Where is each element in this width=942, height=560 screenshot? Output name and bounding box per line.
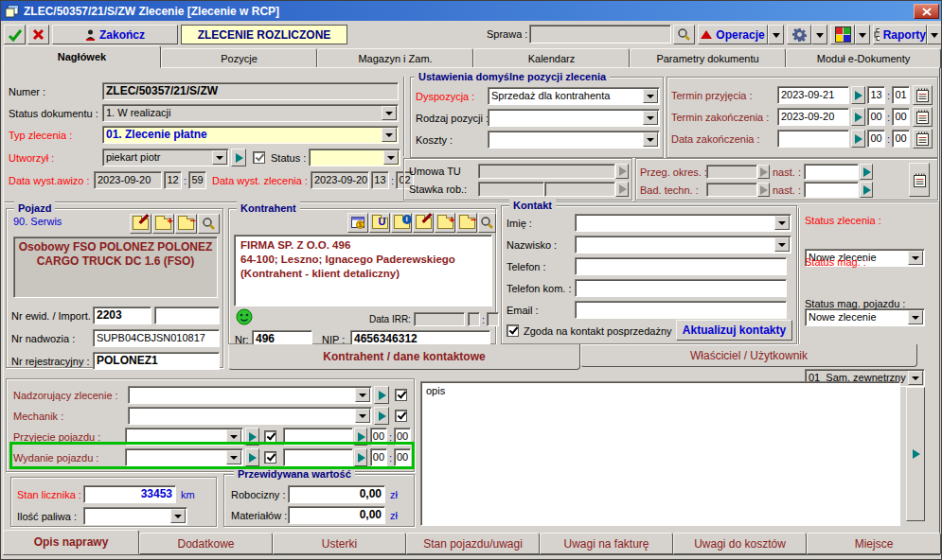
- dyspozycja-select[interactable]: Sprzedaż dla kontrahenta: [488, 87, 660, 105]
- tab-pozycje[interactable]: Pozycje: [161, 48, 317, 68]
- calendar-picker-button[interactable]: [851, 108, 865, 126]
- kontrahent-add-button[interactable]: +: [435, 213, 455, 233]
- dropdown-button[interactable]: [226, 429, 241, 444]
- status-select[interactable]: [309, 149, 400, 166]
- awizo-hour-field[interactable]: 12: [164, 171, 182, 189]
- bottom-tab-usterki[interactable]: Usterki: [273, 533, 406, 554]
- data-zakonczenia-date[interactable]: [777, 130, 849, 148]
- przyjecie-calendar-button[interactable]: [354, 428, 367, 446]
- dropdown-button[interactable]: [226, 450, 241, 464]
- settings-button[interactable]: [787, 25, 811, 44]
- operacje-button[interactable]: Operacje: [698, 25, 768, 44]
- dropdown-button[interactable]: [383, 150, 399, 165]
- awizo-minute-field[interactable]: 59: [188, 171, 206, 189]
- dropdown-button[interactable]: [774, 237, 790, 252]
- accept-button[interactable]: [4, 25, 26, 44]
- wydanie-date-field[interactable]: [283, 448, 353, 466]
- zlecenia-date-field[interactable]: 2023-09-20: [311, 171, 369, 189]
- termin-zakonczenia-notes-button[interactable]: [913, 107, 933, 127]
- przeglady-notes-button[interactable]: [909, 163, 930, 197]
- stawka-detail-button[interactable]: [615, 182, 629, 197]
- mechanik-checkbox[interactable]: [395, 410, 407, 422]
- zakoncz-button[interactable]: Zakończ: [52, 25, 178, 44]
- tab-naglowek[interactable]: Nagłówek: [3, 45, 161, 68]
- materialy-field[interactable]: 0,00: [288, 506, 385, 524]
- kontrahent-rozrachunki-button[interactable]: $: [347, 213, 368, 233]
- email-input[interactable]: [575, 301, 787, 319]
- mechanik-select[interactable]: [128, 407, 372, 425]
- wydanie-hour[interactable]: 00: [370, 448, 387, 466]
- wydanie-calendar-button[interactable]: [354, 448, 367, 466]
- settings-dropdown-button[interactable]: [811, 25, 827, 44]
- modules-button[interactable]: [830, 25, 855, 44]
- opis-expand-button[interactable]: [906, 387, 925, 521]
- bottom-tab-stan-pojazdu[interactable]: Stan pojazdu/uwagi: [406, 533, 540, 554]
- przyjecie-date-field[interactable]: [283, 428, 353, 446]
- status-mag-select[interactable]: Nowe zlecenie: [805, 308, 925, 326]
- termin-zakonczenia-hour[interactable]: 00: [867, 108, 885, 126]
- termin-przyjecia-hour[interactable]: 13: [867, 86, 885, 104]
- badanie-nast-button[interactable]: [860, 182, 873, 198]
- rodzaj-pozycji-select[interactable]: [488, 109, 660, 127]
- wydanie-checkbox[interactable]: [264, 451, 276, 464]
- dropdown-button[interactable]: [355, 388, 370, 402]
- badanie-nast-field[interactable]: [804, 182, 859, 198]
- typ-zlecenia-select[interactable]: 01. Zlecenie płatne: [102, 126, 399, 144]
- utworzyl-detail-button[interactable]: [231, 149, 246, 166]
- subtab-wlasciciel-uzytkownik[interactable]: Właściciel / Użytkownik: [580, 344, 917, 367]
- przyjecie-detail-button[interactable]: [245, 428, 259, 446]
- umowa-detail-button[interactable]: [615, 164, 629, 179]
- rejestracja-field[interactable]: POLONEZ1: [93, 352, 220, 370]
- kontrahent-remove-button[interactable]: −: [456, 213, 477, 233]
- zlecenia-hour-field[interactable]: 13: [371, 171, 389, 189]
- dropdown-button[interactable]: [355, 409, 370, 423]
- data-zakonczenia-notes-button[interactable]: [913, 129, 933, 149]
- przyjecie-minute[interactable]: 00: [394, 428, 411, 446]
- termin-przyjecia-minute[interactable]: 01: [892, 86, 910, 104]
- calendar-picker-button[interactable]: [851, 130, 865, 148]
- kontrahent-umowy-button[interactable]: U: [369, 213, 390, 233]
- pojazd-edit-button[interactable]: [130, 214, 151, 234]
- telefon-input[interactable]: [575, 257, 787, 275]
- bottom-tab-dodatkowe[interactable]: Dodatkowe: [139, 533, 273, 554]
- tab-parametry[interactable]: Parametry dokumentu: [630, 48, 786, 68]
- data-zakonczenia-hour[interactable]: 00: [867, 130, 885, 148]
- dropdown-button[interactable]: [908, 251, 923, 265]
- zgoda-checkbox[interactable]: [507, 324, 519, 337]
- badanie-detail-button[interactable]: [757, 183, 770, 197]
- termin-przyjecia-notes-button[interactable]: [913, 85, 933, 105]
- raporty-dropdown-button[interactable]: [927, 25, 942, 44]
- pojazd-kategoria-link[interactable]: 90. Serwis: [13, 216, 62, 227]
- wydanie-minute[interactable]: 00: [394, 448, 411, 466]
- przyjecie-hour[interactable]: 00: [370, 428, 387, 446]
- raporty-button[interactable]: Raporty: [873, 25, 927, 44]
- dropdown-button[interactable]: [170, 509, 186, 523]
- data-zakonczenia-minute[interactable]: 00: [892, 130, 910, 148]
- ilosc-paliwa-select[interactable]: [83, 507, 187, 525]
- dropdown-button[interactable]: [643, 132, 658, 147]
- sprawa-search-button[interactable]: [673, 25, 695, 44]
- subtab-kontrahent-dane[interactable]: Kontrahent / dane kontaktowe: [228, 344, 580, 370]
- dropdown-button[interactable]: [212, 150, 227, 165]
- dropdown-button[interactable]: [382, 128, 397, 142]
- przyjecie-checkbox[interactable]: [264, 430, 276, 443]
- dropdown-button[interactable]: [643, 89, 658, 103]
- mechanik-detail-button[interactable]: [374, 407, 389, 425]
- dropdown-button[interactable]: [643, 111, 658, 125]
- imie-select[interactable]: [575, 214, 791, 232]
- nadwozie-field[interactable]: SUPB04CBJSN010817: [93, 329, 220, 347]
- robocizny-field[interactable]: 0,00: [288, 485, 385, 503]
- nr-ewid-field[interactable]: 2203: [93, 306, 151, 324]
- tab-edokumenty[interactable]: Moduł e-Dokumenty: [786, 48, 941, 68]
- bottom-tab-uwagi-faktura[interactable]: Uwagi na fakturę: [540, 533, 673, 554]
- koszty-select[interactable]: [488, 131, 660, 149]
- dropdown-button[interactable]: [908, 310, 923, 324]
- pojazd-remove-button[interactable]: −: [175, 214, 197, 234]
- termin-zakonczenia-minute[interactable]: 00: [892, 108, 910, 126]
- dropdown-button[interactable]: [774, 216, 790, 230]
- stan-licznika-field[interactable]: 33453: [83, 485, 176, 503]
- close-button[interactable]: [914, 4, 939, 19]
- utworzyl-checkbox[interactable]: [253, 151, 265, 164]
- modules-dropdown-button[interactable]: [855, 25, 870, 44]
- sprawa-input[interactable]: [529, 25, 671, 44]
